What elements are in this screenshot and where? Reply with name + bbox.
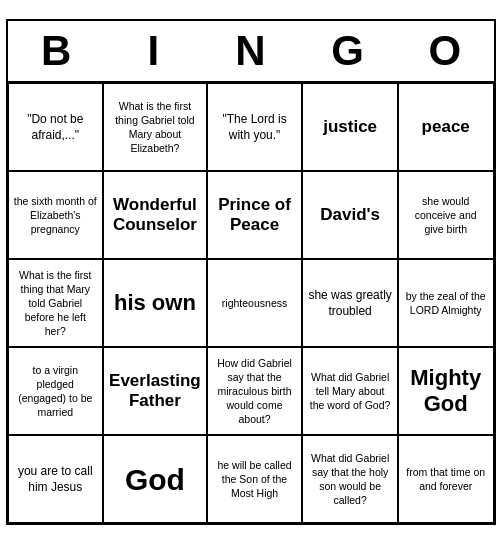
cell-text-14: by the zeal of the LORD Almighty xyxy=(404,289,488,317)
cell-text-19: Mighty God xyxy=(404,365,488,418)
bingo-cell-14: by the zeal of the LORD Almighty xyxy=(398,259,494,347)
bingo-cell-17: How did Gabriel say that the miraculous … xyxy=(207,347,303,435)
cell-text-10: What is the first thing that Mary told G… xyxy=(14,268,98,339)
cell-text-20: you are to call him Jesus xyxy=(14,463,98,495)
cell-text-18: What did Gabriel tell Mary about the wor… xyxy=(308,370,392,413)
bingo-cell-6: Wonderful Counselor xyxy=(103,171,207,259)
cell-text-8: David's xyxy=(320,205,380,225)
cell-text-22: he will be called the Son of the Most Hi… xyxy=(213,458,297,501)
bingo-cell-8: David's xyxy=(302,171,398,259)
cell-text-16: Everlasting Father xyxy=(109,371,201,412)
bingo-cell-12: righteousness xyxy=(207,259,303,347)
cell-text-13: she was greatly troubled xyxy=(308,287,392,319)
bingo-cell-19: Mighty God xyxy=(398,347,494,435)
bingo-cell-2: "The Lord is with you." xyxy=(207,83,303,171)
cell-text-24: from that time on and forever xyxy=(404,465,488,493)
bingo-grid: "Do not be afraid,..."What is the first … xyxy=(8,81,494,523)
bingo-cell-21: God xyxy=(103,435,207,523)
cell-text-9: she would conceive and give birth xyxy=(404,194,488,237)
bingo-cell-18: What did Gabriel tell Mary about the wor… xyxy=(302,347,398,435)
bingo-cell-22: he will be called the Son of the Most Hi… xyxy=(207,435,303,523)
bingo-cell-9: she would conceive and give birth xyxy=(398,171,494,259)
cell-text-0: "Do not be afraid,..." xyxy=(14,111,98,143)
bingo-cell-24: from that time on and forever xyxy=(398,435,494,523)
cell-text-21: God xyxy=(125,463,185,496)
cell-text-2: "The Lord is with you." xyxy=(213,111,297,143)
cell-text-6: Wonderful Counselor xyxy=(109,195,201,236)
bingo-cell-0: "Do not be afraid,..." xyxy=(8,83,104,171)
bingo-cell-13: she was greatly troubled xyxy=(302,259,398,347)
cell-text-23: What did Gabriel say that the holy son w… xyxy=(308,451,392,508)
bingo-cell-23: What did Gabriel say that the holy son w… xyxy=(302,435,398,523)
bingo-card: B I N G O "Do not be afraid,..."What is … xyxy=(6,19,496,525)
bingo-header: B I N G O xyxy=(8,21,494,81)
bingo-cell-4: peace xyxy=(398,83,494,171)
cell-text-15: to a virgin pledged (engaged) to be marr… xyxy=(14,363,98,420)
bingo-cell-15: to a virgin pledged (engaged) to be marr… xyxy=(8,347,104,435)
bingo-cell-20: you are to call him Jesus xyxy=(8,435,104,523)
bingo-cell-3: justice xyxy=(302,83,398,171)
cell-text-3: justice xyxy=(323,117,377,137)
header-n: N xyxy=(202,21,299,81)
header-o: O xyxy=(396,21,493,81)
cell-text-4: peace xyxy=(422,117,470,137)
bingo-cell-5: the sixth month of Elizabeth's pregnancy xyxy=(8,171,104,259)
header-i: I xyxy=(105,21,202,81)
cell-text-1: What is the first thing Gabriel told Mar… xyxy=(109,99,201,156)
cell-text-17: How did Gabriel say that the miraculous … xyxy=(213,356,297,427)
bingo-cell-11: his own xyxy=(103,259,207,347)
bingo-cell-1: What is the first thing Gabriel told Mar… xyxy=(103,83,207,171)
cell-text-5: the sixth month of Elizabeth's pregnancy xyxy=(14,194,98,237)
cell-text-12: righteousness xyxy=(222,296,287,310)
header-b: B xyxy=(8,21,105,81)
bingo-cell-10: What is the first thing that Mary told G… xyxy=(8,259,104,347)
header-g: G xyxy=(299,21,396,81)
cell-text-7: Prince of Peace xyxy=(213,195,297,236)
cell-text-11: his own xyxy=(114,290,196,316)
bingo-cell-16: Everlasting Father xyxy=(103,347,207,435)
bingo-cell-7: Prince of Peace xyxy=(207,171,303,259)
